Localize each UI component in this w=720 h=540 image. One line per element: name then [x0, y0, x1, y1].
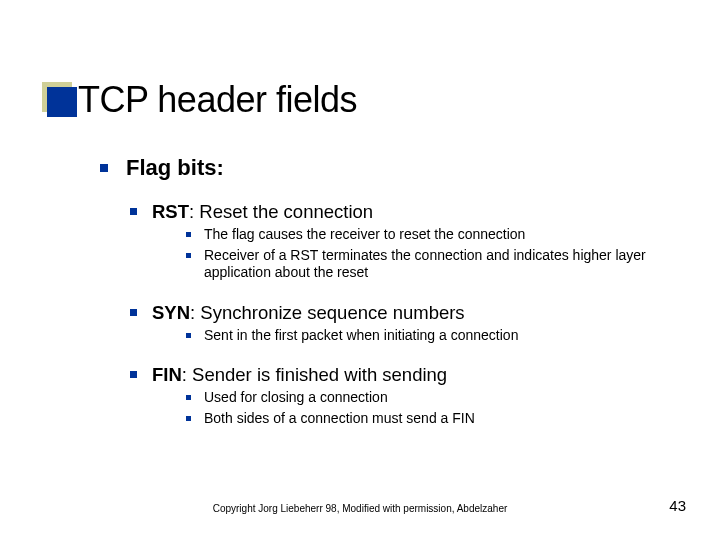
item-label: : Synchronize sequence numbers	[190, 302, 465, 323]
item-syn-sub-0: Sent in the first packet when initiating…	[186, 327, 680, 345]
slide-title: TCP header fields	[78, 79, 357, 121]
page-number: 43	[669, 497, 686, 514]
item-fin: FIN: Sender is finished with sending	[130, 364, 680, 386]
item-code: RST	[152, 201, 189, 222]
bullet-icon	[186, 232, 191, 237]
item-label: : Reset the connection	[189, 201, 373, 222]
bullet-icon	[100, 164, 108, 172]
body: Flag bits: RST: Reset the connection The…	[100, 155, 680, 428]
sub-text: The flag causes the receiver to reset th…	[204, 226, 525, 242]
sub-text: Sent in the first packet when initiating…	[204, 327, 518, 343]
item-rst: RST: Reset the connection	[130, 201, 680, 223]
sub-text: Both sides of a connection must send a F…	[204, 410, 475, 426]
item-rst-sub-0: The flag causes the receiver to reset th…	[186, 226, 680, 244]
sub-text: Used for closing a connection	[204, 389, 388, 405]
copyright-text: Copyright Jorg Liebeherr 98, Modified wi…	[0, 503, 720, 514]
sub-text: Receiver of a RST terminates the connect…	[204, 247, 646, 281]
item-code: SYN	[152, 302, 190, 323]
bullet-icon	[130, 309, 137, 316]
bullet-icon	[186, 253, 191, 258]
heading-text: Flag bits:	[126, 155, 224, 180]
bullet-icon	[186, 395, 191, 400]
item-syn: SYN: Synchronize sequence numbers	[130, 302, 680, 324]
item-code: FIN	[152, 364, 182, 385]
bullet-icon	[130, 208, 137, 215]
bullet-icon	[130, 371, 137, 378]
bullet-icon	[186, 333, 191, 338]
heading-flag-bits: Flag bits:	[100, 155, 680, 181]
bullet-icon	[186, 416, 191, 421]
slide: TCP header fields Flag bits: RST: Reset …	[0, 0, 720, 540]
title-accent-box	[47, 87, 77, 117]
item-fin-sub-0: Used for closing a connection	[186, 389, 680, 407]
item-fin-sub-1: Both sides of a connection must send a F…	[186, 410, 680, 428]
item-label: : Sender is finished with sending	[182, 364, 447, 385]
item-rst-sub-1: Receiver of a RST terminates the connect…	[186, 247, 680, 282]
